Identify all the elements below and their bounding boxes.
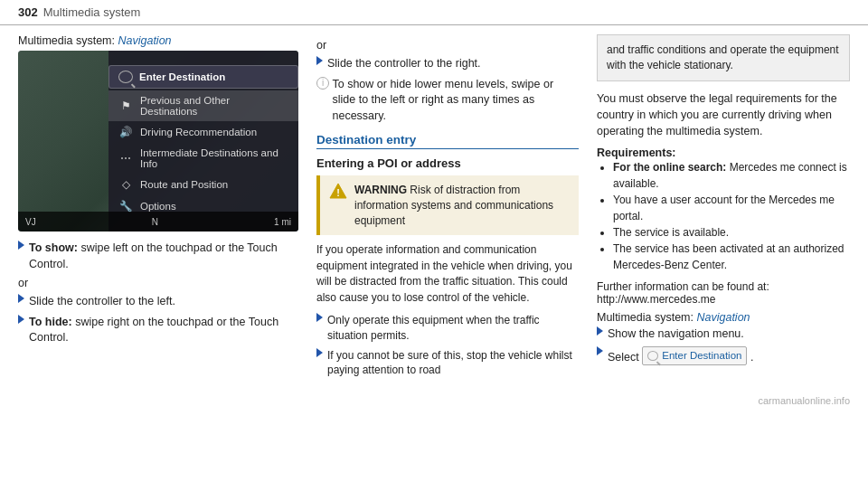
arrow-icon-1 [18,241,24,250]
req-item-2: You have a user account for the Mercedes… [613,192,850,224]
map-label-vj: VJ [25,217,36,227]
bullet-to-show: To show: swipe left on the touchpad or t… [18,241,298,272]
bullet-to-hide: To hide: swipe right on the touchpad or … [18,315,298,346]
req-item-1: For the online search: Mercedes me conne… [613,159,850,192]
page-header-title: Multimedia system [43,5,141,19]
menu-label-route: Route and Position [140,179,228,190]
requirements-list: For the online search: Mercedes me conne… [597,159,850,273]
nav-image-area: Enter Destination ⚑ Previous and Other D… [18,51,298,232]
menu-label-previous: Previous and Other Destinations [140,95,289,117]
bullet-slide-left: Slide the controller to the left. [18,294,298,310]
multimedia-label-right: Multimedia system: Navigation [597,311,850,324]
bullet-slide-right: Slide the controller to the right. [316,56,579,72]
arrow-icon-4 [316,56,323,65]
svg-text:!: ! [336,187,340,198]
diamond-icon: ◇ [118,178,134,191]
bullet-slide-left-text: Slide the controller to the left. [29,294,175,310]
warning-body-text: If you operate information and communica… [316,242,579,306]
step-select-text: Select Enter Destination . [608,346,753,365]
arrow-icon-2 [18,294,24,303]
page-header: 302 Multimedia system [0,0,868,25]
left-col: Multimedia system: Navigation Enter Dest… [18,34,298,383]
requirements-title: Requirements: [597,146,850,159]
step-show-nav: Show the navigation menu. [597,326,850,343]
warning-label: WARNING [354,184,407,196]
bullet-cannot-sure: If you cannot be sure of this, stop the … [316,348,579,379]
menu-label-enter-dest: Enter Destination [139,71,225,82]
arrow-icon-7 [597,326,603,336]
bullet-to-show-text: To show: swipe left on the touchpad or t… [29,241,298,272]
menu-item-route[interactable]: ◇ Route and Position [108,174,298,195]
info-bullet-row: i To show or hide lower menu levels, swi… [316,77,579,125]
req-item-3: The service is available. [613,224,850,241]
flag-icon: ⚑ [118,99,134,112]
multimedia-text-right: Multimedia system: [597,311,693,324]
bullet-slide-right-text: Slide the controller to the right. [327,56,481,72]
watermark: carmanualonline.info [0,392,868,410]
enter-dest-box: Enter Destination [642,346,747,364]
menu-overlay: Enter Destination ⚑ Previous and Other D… [108,51,298,232]
info-box-text: and traffic conditions and operate the e… [607,43,839,71]
nav-link-right[interactable]: Navigation [696,311,750,324]
step-select-enter: Select Enter Destination . [597,346,850,365]
enter-dest-label: Enter Destination [662,348,741,363]
subheading-poi: Entering a POI or address [316,156,579,170]
warning-triangle-icon: ! [329,183,347,199]
arrow-icon-8 [597,346,603,355]
or-text-1: or [18,277,298,289]
intro-label: Multimedia system: Navigation [18,34,298,47]
bullet-cannot-sure-text: If you cannot be sure of this, stop the … [327,348,579,379]
or-text-2: or [316,39,579,52]
section-heading-dest-entry: Destination entry [316,133,579,149]
scale-label: 1 mi [274,217,291,227]
menu-label-driving: Driving Recommendation [140,127,257,137]
req-item-4: The service has been activated at an aut… [613,241,850,273]
main-content: Multimedia system: Navigation Enter Dest… [0,25,868,392]
step-show-nav-text: Show the navigation menu. [608,326,744,343]
arrow-icon-5 [316,313,323,322]
arrow-icon-6 [316,348,323,357]
requirements-section: Requirements: For the online search: Mer… [597,146,850,273]
search-icon-small [647,351,658,361]
menu-item-enter-destination[interactable]: Enter Destination [108,65,298,89]
dots-icon: ⋯ [118,152,134,165]
info-box: and traffic conditions and operate the e… [597,34,850,81]
menu-item-intermediate[interactable]: ⋯ Intermediate Destinations and Info [108,143,298,174]
arrow-icon-3 [18,315,24,324]
bullet-only-operate-text: Only operate this equipment when the tra… [327,313,579,344]
info-icon: i [316,77,329,90]
nav-bottom-bar: VJ N 1 mi [18,212,298,232]
menu-item-driving[interactable]: 🔊 Driving Recommendation [108,121,298,143]
warning-text: WARNING Risk of distraction from informa… [354,183,570,228]
menu-item-previous[interactable]: ⚑ Previous and Other Destinations [108,90,298,121]
search-icon [118,71,133,83]
speaker-icon: 🔊 [118,126,134,138]
mid-col: or Slide the controller to the right. i … [316,34,579,383]
warning-box: ! WARNING Risk of distraction from infor… [316,175,579,235]
intro-text: Multimedia system: [18,34,115,47]
info-bullet-text: To show or hide lower menu levels, swipe… [332,77,579,125]
wrench-icon: 🔧 [118,200,134,213]
compass-north: N [152,217,158,227]
bullet-to-hide-text: To hide: swipe right on the touchpad or … [29,315,298,346]
legal-text: You must observe the legal requirements … [597,90,850,139]
menu-label-options: Options [140,201,176,212]
nav-link-left[interactable]: Navigation [118,34,171,47]
page-number: 302 [18,5,38,19]
menu-label-intermediate: Intermediate Destinations and Info [140,147,289,169]
bullet-only-operate: Only operate this equipment when the tra… [316,313,579,344]
right-col: and traffic conditions and operate the e… [597,34,850,383]
further-info: Further information can be found at: htt… [597,280,850,306]
